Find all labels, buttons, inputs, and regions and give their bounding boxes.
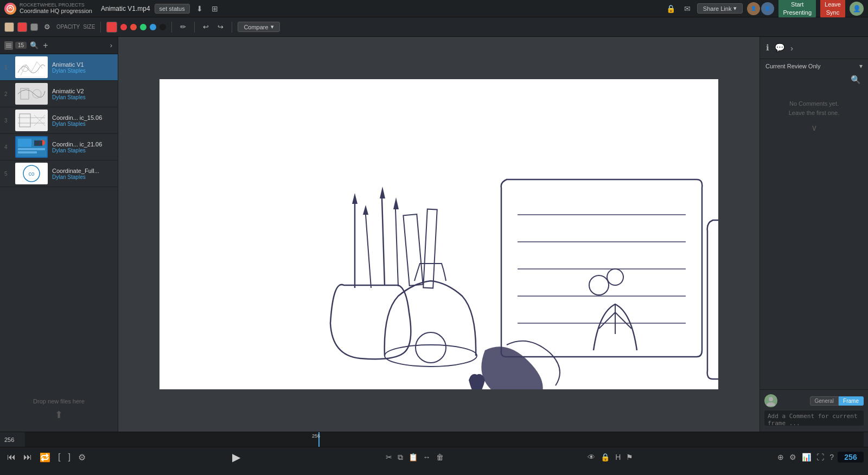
svg-line-25	[366, 215, 371, 288]
leave-sync-button[interactable]: Leave Sync	[820, 0, 845, 18]
file-info-3: Coordin... ic_15.06 Dylan Staples	[52, 114, 113, 127]
panel-more-button[interactable]: ›	[789, 41, 795, 54]
file-item-4[interactable]: 4 Coordin... ic_21.06 Dylan Staples	[0, 134, 118, 161]
general-tab[interactable]: General	[810, 396, 839, 406]
settings-icon-button[interactable]: ⚙	[41, 21, 53, 33]
timeline: 256 256 ⏮ ⏭ 🔁 [ ] ⚙ ▶ ✂ ⧉ 📋 ↔ 🗑 👁 🔒 H ⚑	[0, 432, 868, 475]
color-swatch-red[interactable]	[17, 22, 27, 32]
lock-icon-button[interactable]: 🔒	[664, 2, 678, 15]
share-link-label: Share Link	[703, 5, 732, 12]
color-dot-red[interactable]	[120, 24, 127, 30]
playback-options-button[interactable]: ⚙	[75, 451, 88, 464]
file-item-3[interactable]: 3 Coordin... ic_15.06 Dylan Staples	[0, 107, 118, 134]
settings2-icon-button[interactable]: ⚙	[788, 451, 798, 463]
sidebar: 15 🔍 + › 1 Animat	[0, 37, 118, 432]
no-comments-line2: Leave the first one.	[765, 108, 863, 118]
file-name-3: Coordin... ic_15.06	[52, 114, 113, 121]
paste-icon-button[interactable]: 📋	[407, 451, 419, 463]
sidebar-add-button[interactable]: +	[42, 40, 49, 52]
mark-in-button[interactable]: [	[55, 451, 63, 463]
delete-icon-button[interactable]: 🗑	[435, 451, 445, 463]
mark-out-button[interactable]: ]	[65, 451, 73, 463]
filter-chevron-icon[interactable]: ▾	[859, 62, 863, 70]
loop-button[interactable]: 🔁	[37, 451, 53, 464]
svg-point-51	[769, 397, 773, 401]
canvas-frame	[159, 79, 718, 389]
toolbar-divider-1	[100, 22, 101, 33]
svg-point-0	[7, 5, 14, 12]
grid-icon-button[interactable]: ⊞	[209, 2, 220, 15]
project-info: ROCKETWHEEL PROJECTS Coordinate HQ progr…	[20, 3, 92, 15]
go-to-start-button[interactable]: ⏮	[4, 451, 18, 463]
visibility-icon-button[interactable]: 👁	[586, 451, 597, 463]
timeline-controls: ⏮ ⏭ 🔁 [ ] ⚙ ▶ ✂ ⧉ 📋 ↔ 🗑 👁 🔒 H ⚑ ⊕ ⚙ 📊 ⛶ …	[0, 447, 868, 467]
color-preview-red[interactable]	[106, 22, 117, 33]
svg-rect-10	[15, 110, 48, 131]
canvas-area[interactable]	[118, 37, 760, 432]
sidebar-nav-button[interactable]: ›	[109, 40, 113, 50]
info-icon-button[interactable]: ℹ	[764, 41, 771, 54]
compare-button[interactable]: Compare ▾	[238, 22, 279, 32]
file-num-4: 4	[4, 144, 11, 150]
toolbar-divider-2	[171, 22, 172, 33]
file-author-3: Dylan Staples	[52, 121, 113, 127]
frame-tab[interactable]: Frame	[839, 396, 864, 406]
review-filter: Current Review Only ▾	[760, 59, 868, 73]
file-item-2[interactable]: 2 Animatic V2 Dylan Staples	[0, 81, 118, 107]
fullscreen-icon-button[interactable]: ⛶	[815, 451, 826, 463]
file-item-5[interactable]: 5 co Coordinate_Full... Dylan Staples	[0, 161, 118, 187]
download-icon-button[interactable]: ⬇	[194, 2, 205, 15]
mail-icon-button[interactable]: ✉	[682, 2, 693, 15]
svg-rect-18	[18, 151, 37, 153]
color-dot-blue[interactable]	[150, 24, 156, 30]
scissors-icon-button[interactable]: ✂	[384, 451, 394, 463]
redo-button[interactable]: ↪	[215, 21, 226, 33]
color-dot-green[interactable]	[130, 24, 137, 30]
file-author-4: Dylan Staples	[52, 147, 113, 153]
file-item-1[interactable]: 1 Animatic V1 Dylan Staples	[0, 54, 118, 81]
comment-input[interactable]	[764, 410, 864, 426]
comment-icon-button[interactable]: 💬	[773, 41, 787, 54]
zoom-in-icon-button[interactable]: ⊕	[776, 451, 786, 463]
sidebar-search-button[interactable]: 🔍	[29, 40, 40, 50]
annotation-icon-button[interactable]: ⚑	[624, 451, 635, 463]
undo-button[interactable]: ↩	[200, 21, 212, 33]
size-label: SIZE	[83, 24, 95, 30]
svg-marker-24	[352, 193, 358, 204]
svg-point-41	[607, 269, 623, 285]
svg-text:co: co	[29, 171, 35, 177]
filename-label: Animatic V1.mp4	[101, 5, 150, 12]
frame-number: 256	[838, 452, 864, 463]
expand-icon-button[interactable]: ↔	[422, 451, 432, 463]
file-thumb-1	[15, 56, 48, 78]
prev-frame-button[interactable]: ⏭	[21, 451, 35, 463]
file-name-1: Animatic V1	[52, 61, 113, 68]
search-icon-button[interactable]: 🔍	[849, 73, 863, 86]
color-dot-black[interactable]	[159, 24, 166, 30]
share-link-chevron: ▾	[733, 5, 737, 12]
active-color-swatch[interactable]	[4, 22, 14, 32]
timeline-track[interactable]: 256	[25, 432, 864, 447]
commenter-avatar	[764, 394, 777, 407]
compare-label: Compare	[244, 24, 268, 30]
file-thumb-2	[15, 83, 48, 105]
help-icon-button[interactable]: ?	[828, 451, 835, 463]
pen-icon-button[interactable]: ✏	[177, 21, 189, 33]
share-link-button[interactable]: Share Link ▾	[697, 3, 743, 14]
toolbar-divider-4	[232, 22, 232, 33]
project-name: Coordinate HQ progression	[20, 8, 92, 14]
start-presenting-button[interactable]: Start Presenting	[778, 0, 816, 18]
half-frame-icon-button[interactable]: H	[614, 451, 622, 463]
play-button[interactable]: ▶	[229, 450, 243, 465]
toolbar-divider-3	[194, 22, 195, 33]
color-swatch-gray[interactable]	[30, 23, 38, 31]
set-status-button[interactable]: set status	[155, 4, 190, 14]
svg-rect-17	[18, 148, 45, 150]
copy-icon-button[interactable]: ⧉	[396, 451, 405, 464]
color-dot-lime[interactable]	[140, 24, 146, 30]
audio-icon-button[interactable]: 📊	[800, 451, 813, 463]
upload-icon: ⬆	[55, 409, 63, 421]
file-list: 1 Animatic V1 Dylan Staples	[0, 54, 118, 387]
project-label: ROCKETWHEEL PROJECTS	[20, 3, 92, 8]
lock-icon-button[interactable]: 🔒	[599, 451, 611, 463]
